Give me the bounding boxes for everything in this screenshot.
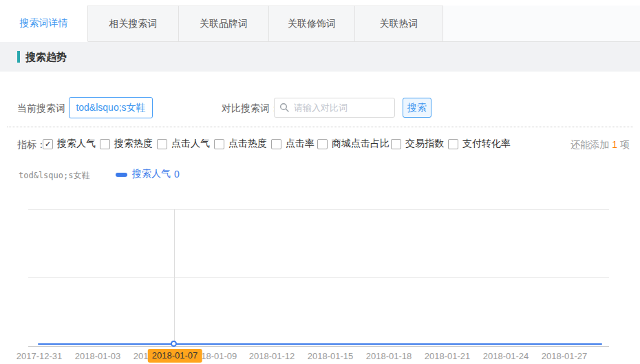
metric-label: 交易指数 <box>405 138 444 150</box>
checkbox-payment-conversion[interactable] <box>448 139 458 149</box>
search-button[interactable]: 搜索 <box>403 98 431 118</box>
x-tick-label: 2018-01-15 <box>308 351 354 361</box>
x-tick-label: 2018-01-27 <box>542 351 588 361</box>
metric-label: 搜索人气 <box>57 138 96 150</box>
checkbox-click-popularity[interactable] <box>157 139 167 149</box>
remaining-suffix: 项 <box>620 139 630 150</box>
x-axis-line <box>28 346 609 347</box>
current-keyword-box[interactable]: tod&lsquo;s女鞋 <box>69 97 153 118</box>
x-tick-label: 2018-01-12 <box>249 351 295 361</box>
legend-item-search-popularity[interactable]: 搜索人气 0 <box>116 168 180 180</box>
section-accent-bar <box>17 51 20 63</box>
series-line-search-popularity <box>38 343 602 345</box>
checkbox-search-popularity[interactable]: ✓ <box>43 139 53 149</box>
x-tick-label: 2018-01-03 <box>75 351 121 361</box>
metric-click-popularity[interactable]: 点击人气 <box>157 138 210 150</box>
axis-pointer-line <box>174 209 175 344</box>
tab-label: 搜索词详情 <box>20 17 68 28</box>
remaining-prefix: 还能添加 <box>570 139 609 150</box>
metric-label: 点击人气 <box>171 138 210 150</box>
metric-search-heat[interactable]: 搜索热度 <box>100 138 153 150</box>
legend-series-name: 搜索人气 <box>132 168 171 180</box>
metric-payment-conversion[interactable]: 支付转化率 <box>448 138 511 150</box>
legend-series-value: 0 <box>174 169 180 180</box>
legend-keyword: tod&lsquo;s女鞋 <box>19 170 89 182</box>
checkbox-search-heat[interactable] <box>100 139 110 149</box>
section-title: 搜索趋势 <box>25 42 67 72</box>
gridline-middle <box>28 277 609 278</box>
x-tick-label: 2017-12-31 <box>17 351 63 361</box>
metric-label: 点击率 <box>286 138 314 150</box>
x-tick-label: 2018-01-24 <box>483 351 529 361</box>
remaining-note: 还能添加1项 <box>570 139 630 151</box>
tab-bar-filler <box>443 6 640 42</box>
compare-search-field <box>274 98 395 118</box>
metric-label: 点击热度 <box>228 138 267 150</box>
highlighted-data-point <box>171 341 177 347</box>
tab-search-word-detail[interactable]: 搜索词详情 <box>0 6 88 42</box>
metric-label: 商城点击占比 <box>332 138 390 150</box>
tab-bar: 搜索词详情相关搜索词关联品牌词关联修饰词关联热词 <box>0 6 640 42</box>
section-header: 搜索趋势 <box>0 42 640 72</box>
checkbox-transaction-index[interactable] <box>391 139 401 149</box>
metric-label: 搜索热度 <box>114 138 153 150</box>
axis-pointer-label: 2018-01-07 <box>148 349 202 363</box>
trend-chart[interactable]: 2017-12-312018-01-032018-01-062018-01-09… <box>0 200 640 364</box>
tab-related-search-words[interactable]: 相关搜索词 <box>88 6 179 42</box>
compare-search-input[interactable] <box>274 98 395 118</box>
legend-marker <box>116 173 127 177</box>
metric-click-heat[interactable]: 点击热度 <box>214 138 267 150</box>
x-tick-label: 2018-01-21 <box>425 351 471 361</box>
tab-related-hot-words[interactable]: 关联热词 <box>355 6 443 42</box>
current-keyword-label: 当前搜索词： <box>17 103 75 115</box>
checkbox-click-rate[interactable] <box>271 139 281 149</box>
metric-label: 支付转化率 <box>462 138 511 150</box>
metric-search-popularity[interactable]: ✓搜索人气 <box>43 138 96 150</box>
gridline-top <box>28 209 609 210</box>
metric-transaction-index[interactable]: 交易指数 <box>391 138 444 150</box>
compare-keyword-label: 对比搜索词： <box>222 103 279 115</box>
tab-label: 关联品牌词 <box>200 18 248 29</box>
metric-click-rate[interactable]: 点击率 <box>271 138 314 150</box>
search-icon <box>279 103 289 112</box>
search-word-analysis-page: 搜索词详情相关搜索词关联品牌词关联修饰词关联热词 搜索趋势 当前搜索词： tod… <box>0 0 640 364</box>
tab-label: 关联热词 <box>380 18 418 29</box>
tab-related-modifier-words[interactable]: 关联修饰词 <box>269 6 355 42</box>
checkbox-mall-click-ratio[interactable] <box>317 139 328 149</box>
tab-label: 相关搜索词 <box>109 18 158 29</box>
metric-mall-click-ratio[interactable]: 商城点击占比 <box>317 138 390 150</box>
tab-label: 关联修饰词 <box>288 18 336 29</box>
divider-dotted <box>7 127 633 127</box>
metrics-label: 指标： <box>17 139 46 151</box>
checkbox-click-heat[interactable] <box>214 139 224 149</box>
remaining-count: 1 <box>612 139 617 150</box>
tab-related-brand-words[interactable]: 关联品牌词 <box>179 6 269 42</box>
x-tick-label: 2018-01-18 <box>366 351 412 361</box>
